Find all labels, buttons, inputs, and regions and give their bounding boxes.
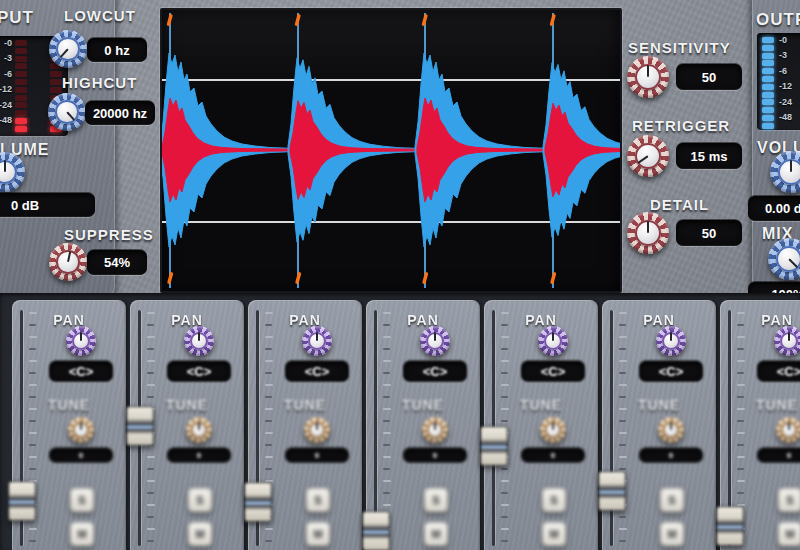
waveform-envelope	[162, 98, 288, 202]
tune-knob[interactable]	[540, 417, 566, 443]
waveform-display[interactable]	[160, 8, 622, 293]
fader-tick	[619, 444, 626, 446]
pan-knob[interactable]	[66, 326, 96, 356]
channel-fader-handle[interactable]	[598, 471, 626, 511]
channel-solo-button[interactable]: S	[187, 487, 213, 513]
pan-value-display[interactable]: <C>	[167, 361, 231, 382]
highcut-knob[interactable]	[48, 93, 86, 131]
pan-value-display[interactable]: <C>	[49, 361, 113, 382]
fader-tick	[29, 540, 36, 542]
channel-fader-handle[interactable]	[362, 511, 390, 550]
tune-knob[interactable]	[658, 417, 684, 443]
tune-knob[interactable]	[776, 417, 800, 443]
output-label: OUTPUT	[756, 10, 800, 30]
tune-value-display[interactable]: 0	[49, 448, 113, 463]
fader-tick	[29, 420, 36, 422]
pan-value-display[interactable]: <C>	[639, 361, 703, 382]
lowcut-knob[interactable]	[49, 30, 87, 68]
channel-solo-button[interactable]: S	[69, 487, 95, 513]
fader-tick	[147, 516, 154, 518]
fader-tick	[383, 492, 390, 494]
detail-value[interactable]: 50	[676, 220, 742, 246]
tune-value-display[interactable]: 0	[403, 448, 467, 463]
highcut-value[interactable]: 20000 hz	[85, 101, 155, 125]
tune-value-display[interactable]: 0	[285, 448, 349, 463]
channel-fader-handle[interactable]	[480, 426, 508, 466]
detail-knob[interactable]	[627, 212, 669, 254]
pan-value-display[interactable]: <C>	[521, 361, 585, 382]
pan-knob[interactable]	[538, 326, 568, 356]
channel-fader-handle[interactable]	[716, 506, 744, 546]
output-volume-value[interactable]: 0.00 dB	[748, 196, 800, 221]
channel-solo-button[interactable]: S	[541, 487, 567, 513]
sensitivity-knob[interactable]	[627, 56, 669, 98]
pan-knob[interactable]	[420, 326, 450, 356]
knob-pointer	[788, 422, 791, 430]
suppress-value[interactable]: 54%	[87, 250, 147, 275]
fader-tick	[383, 468, 390, 470]
pan-knob[interactable]	[774, 326, 800, 356]
channel-fader-handle[interactable]	[244, 482, 272, 522]
fader-tick	[147, 384, 155, 386]
fader-tick	[737, 492, 744, 494]
tune-value-display[interactable]: 0	[757, 448, 800, 463]
channel-mute-button[interactable]: M	[541, 521, 567, 547]
fader-tick	[737, 480, 745, 482]
tune-knob[interactable]	[304, 417, 330, 443]
input-volume-knob[interactable]	[0, 152, 25, 192]
fader-tick	[501, 372, 508, 374]
meter-scale-label: -24	[0, 100, 12, 110]
lowcut-value[interactable]: 0 hz	[87, 38, 147, 62]
knob-pointer	[647, 65, 650, 78]
meter-scale-label: -0	[779, 35, 787, 45]
retrigger-knob[interactable]	[627, 135, 669, 177]
meter-led	[15, 71, 27, 77]
tune-value-display[interactable]: 0	[521, 448, 585, 463]
channel-mute-button[interactable]: M	[69, 521, 95, 547]
knob-pointer	[552, 422, 555, 430]
meter-led	[762, 123, 774, 129]
tune-value-display[interactable]: 0	[167, 448, 231, 463]
channel-mute-button[interactable]: M	[423, 521, 449, 547]
meter-scale-label: -0	[0, 38, 12, 48]
channel-mute-button[interactable]: M	[305, 521, 331, 547]
tune-label: TUNE	[720, 397, 800, 413]
meter-scale-label: -3	[779, 50, 787, 60]
sensitivity-value[interactable]: 50	[676, 64, 742, 90]
fader-tick	[147, 504, 155, 506]
pan-knob[interactable]	[656, 326, 686, 356]
tune-label: TUNE	[248, 397, 362, 413]
channel-mute-button[interactable]: M	[659, 521, 685, 547]
channel-mute-button[interactable]: M	[777, 521, 800, 547]
input-volume-value[interactable]: 0 dB	[0, 193, 95, 217]
retrigger-value[interactable]: 15 ms	[676, 143, 742, 169]
output-volume-knob[interactable]	[770, 151, 800, 193]
tune-knob[interactable]	[422, 417, 448, 443]
channel-mute-button[interactable]: M	[187, 521, 213, 547]
suppress-knob[interactable]	[49, 243, 87, 281]
channel-fader-handle[interactable]	[8, 481, 36, 521]
fader-tick	[737, 456, 745, 458]
channel-solo-button[interactable]: S	[777, 487, 800, 513]
channel-solo-button[interactable]: S	[305, 487, 331, 513]
tune-knob[interactable]	[186, 417, 212, 443]
channel-solo-button[interactable]: S	[423, 487, 449, 513]
pan-knob[interactable]	[302, 326, 332, 356]
fader-tick	[619, 384, 627, 386]
tune-knob[interactable]	[68, 417, 94, 443]
pan-value-display[interactable]: <C>	[403, 361, 467, 382]
pan-value-display[interactable]: <C>	[757, 361, 800, 382]
tune-label: TUNE	[130, 397, 244, 413]
fader-tick	[737, 348, 744, 350]
tune-label: TUNE	[12, 397, 126, 413]
meter-led	[762, 37, 774, 43]
fader-tick	[29, 360, 37, 362]
mixer-channel-strip: PAN <C> TUNE 0 S M	[12, 300, 126, 550]
tune-value-display[interactable]: 0	[639, 448, 703, 463]
pan-value-display[interactable]: <C>	[285, 361, 349, 382]
meter-scale-label: -24	[779, 97, 792, 107]
channel-solo-button[interactable]: S	[659, 487, 685, 513]
pan-knob[interactable]	[184, 326, 214, 356]
knob-pointer	[637, 155, 649, 164]
fader-tick	[29, 432, 37, 434]
